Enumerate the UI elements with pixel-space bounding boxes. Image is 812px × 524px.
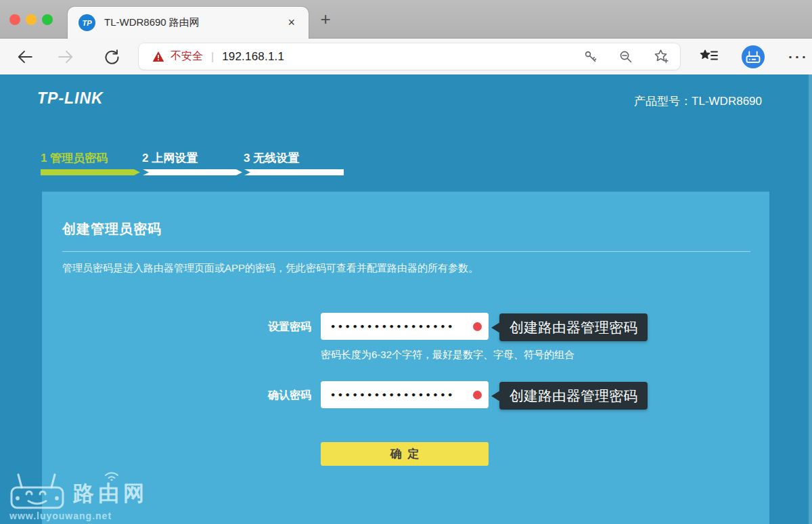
forward-arrow-icon [57, 48, 74, 66]
address-separator: | [211, 51, 214, 63]
favorites-list-button[interactable] [697, 45, 721, 69]
confirm-password-input[interactable] [321, 381, 489, 408]
step-internet-settings[interactable]: 2 上网设置 [142, 150, 198, 166]
required-dot-icon [473, 391, 482, 399]
browser-menu-button[interactable]: ··· [786, 45, 811, 69]
wifi-icon [103, 470, 120, 481]
forward-button [53, 45, 78, 69]
product-model-label: 产品型号：TL-WDR8690 [634, 93, 762, 109]
required-dot-icon [473, 322, 482, 331]
router-extension-icon [741, 44, 765, 70]
security-status-label[interactable]: 不安全 [171, 49, 203, 64]
address-bar[interactable]: 不安全 | 192.168.1.1 [139, 43, 680, 70]
password-hint: 密码长度为6-32个字符，最好是数字、字母、符号的组合 [321, 349, 574, 362]
zoom-out-icon[interactable] [618, 49, 633, 64]
set-password-field-wrap [321, 313, 489, 340]
confirm-button[interactable]: 确定 [321, 442, 489, 466]
ellipsis-icon: ··· [788, 49, 809, 65]
add-favorite-icon[interactable] [654, 49, 669, 64]
watermark-site-url: www.luyouwang.net [9, 510, 112, 521]
router-setup-page: TP-LINK 产品型号：TL-WDR8690 1 管理员密码 2 上网设置 3… [0, 74, 812, 524]
security-warning-icon [152, 51, 164, 62]
back-button[interactable] [13, 45, 37, 69]
tab-bar: TP TL-WDR8690 路由网 × + [0, 0, 812, 39]
reload-button[interactable] [99, 45, 124, 69]
tab-close-icon[interactable]: × [282, 14, 300, 31]
panel-description: 管理员密码是进入路由器管理页面或APP的密码，凭此密码可查看并配置路由器的所有参… [62, 262, 478, 275]
window-minimize-button[interactable] [26, 14, 37, 25]
step-bar-inactive [244, 169, 344, 175]
confirm-password-field-wrap [321, 381, 489, 408]
navigation-bar: 不安全 | 192.168.1.1 [0, 39, 812, 74]
site-watermark: 路由网 www.luyouwang.net [8, 471, 164, 524]
window-zoom-button[interactable] [42, 14, 53, 25]
set-password-tooltip: 创建路由器管理密码 [499, 313, 648, 341]
tab-favicon-icon: TP [78, 14, 95, 31]
reload-icon [103, 48, 121, 66]
confirm-password-label: 确认密码 [211, 389, 311, 403]
set-password-input[interactable] [321, 313, 489, 340]
confirm-password-tooltip: 创建路由器管理密码 [499, 382, 648, 410]
new-tab-button[interactable]: + [316, 9, 335, 28]
page-scrollbar[interactable] [809, 74, 812, 524]
browser-tab[interactable]: TP TL-WDR8690 路由网 × [68, 7, 309, 39]
panel-title: 创建管理员密码 [62, 220, 162, 238]
set-password-label: 设置密码 [211, 320, 311, 334]
title-divider [62, 251, 750, 252]
tplink-logo: TP-LINK [37, 89, 104, 108]
step-wireless-settings[interactable]: 3 无线设置 [244, 150, 299, 166]
tab-title: TL-WDR8690 路由网 [104, 16, 282, 29]
back-arrow-icon [16, 48, 34, 66]
router-logo-icon [8, 471, 68, 510]
url-text[interactable]: 192.168.1.1 [222, 50, 284, 64]
browser-window: TP TL-WDR8690 路由网 × + [0, 0, 812, 524]
favorites-list-icon [700, 48, 719, 66]
saved-passwords-icon[interactable] [583, 49, 598, 64]
step-bar-active [41, 169, 140, 175]
watermark-site-name: 路由网 [73, 479, 148, 508]
window-close-button[interactable] [9, 14, 20, 25]
router-extension-button[interactable] [741, 45, 765, 69]
step-admin-password[interactable]: 1 管理员密码 [41, 150, 108, 166]
step-bar-inactive [143, 169, 242, 175]
